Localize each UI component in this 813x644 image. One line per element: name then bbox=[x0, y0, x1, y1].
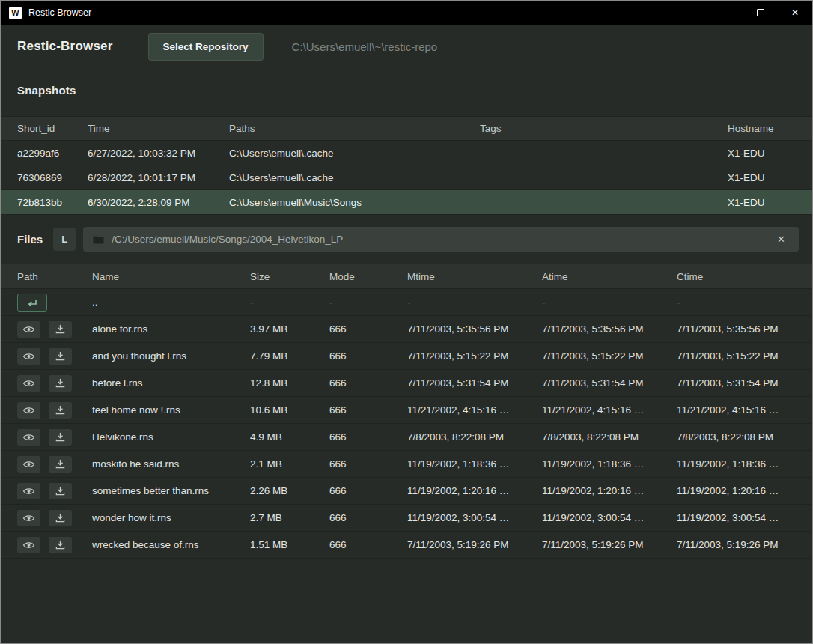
preview-file-button[interactable] bbox=[17, 348, 40, 365]
column-header-size[interactable]: Size bbox=[250, 271, 329, 282]
column-header-mode[interactable]: Mode bbox=[329, 271, 407, 282]
parent-directory-row[interactable]: .. - - - - - bbox=[1, 289, 812, 316]
files-bar: Files L /C:/Users/emuell/Music/Songs/200… bbox=[17, 227, 799, 252]
file-size: 3.97 MB bbox=[250, 323, 329, 335]
file-ctime: 11/19/2002, 3:00:54 … bbox=[677, 512, 812, 523]
clear-path-button[interactable]: ✕ bbox=[773, 232, 789, 246]
eye-icon bbox=[22, 487, 35, 496]
file-size: 4.9 MB bbox=[250, 431, 329, 443]
preview-file-button[interactable] bbox=[17, 321, 40, 338]
file-ctime: 7/11/2003, 5:35:56 PM bbox=[677, 323, 812, 335]
file-atime: 7/11/2003, 5:19:26 PM bbox=[542, 539, 677, 550]
column-header-mtime[interactable]: Mtime bbox=[407, 271, 542, 282]
snapshot-short-id: 72b813bb bbox=[17, 197, 88, 208]
file-name: wrecked because of.rns bbox=[92, 539, 250, 550]
file-ctime: 11/19/2002, 1:18:36 … bbox=[677, 458, 812, 470]
up-level-arrow-icon bbox=[26, 298, 38, 307]
download-file-button[interactable] bbox=[49, 537, 72, 553]
file-mode: 666 bbox=[329, 323, 407, 335]
snapshot-row[interactable]: 76306869 6/28/2022, 10:01:17 PM C:\Users… bbox=[1, 165, 812, 190]
file-atime: 11/19/2002, 1:20:16 … bbox=[542, 485, 677, 496]
file-atime: 7/11/2003, 5:15:22 PM bbox=[542, 350, 677, 362]
download-icon bbox=[55, 351, 65, 361]
file-mode: 666 bbox=[329, 485, 407, 496]
file-name: moskito he said.rns bbox=[92, 458, 250, 470]
file-ctime: 7/11/2003, 5:19:26 PM bbox=[677, 539, 812, 550]
download-file-button[interactable] bbox=[49, 429, 72, 446]
file-size: 1.51 MB bbox=[250, 539, 329, 550]
file-row[interactable]: wonder how it.rns 2.7 MB 666 11/19/2002,… bbox=[1, 505, 812, 532]
snapshot-paths: C:\Users\emuell\.cache bbox=[229, 172, 480, 183]
file-mode: 666 bbox=[329, 431, 407, 443]
maximize-button[interactable] bbox=[743, 1, 778, 25]
file-size: - bbox=[250, 297, 329, 308]
eye-icon bbox=[22, 379, 35, 388]
column-header-paths[interactable]: Paths bbox=[229, 123, 480, 134]
file-mode: 666 bbox=[329, 512, 407, 523]
preview-file-button[interactable] bbox=[17, 510, 40, 526]
file-row[interactable]: wrecked because of.rns 1.51 MB 666 7/11/… bbox=[1, 532, 812, 559]
file-mtime: 7/11/2003, 5:35:56 PM bbox=[407, 323, 542, 335]
file-path-input[interactable]: /C:/Users/emuell/Music/Songs/2004_Helvet… bbox=[83, 227, 799, 252]
files-mode-toggle-button[interactable]: L bbox=[53, 228, 76, 251]
snapshot-row-selected[interactable]: 72b813bb 6/30/2022, 2:28:09 PM C:\Users\… bbox=[1, 190, 812, 215]
file-name: .. bbox=[92, 297, 250, 308]
file-row[interactable]: Helvikone.rns 4.9 MB 666 7/8/2003, 8:22:… bbox=[1, 424, 812, 451]
minimize-button[interactable] bbox=[709, 1, 743, 25]
download-file-button[interactable] bbox=[49, 375, 72, 392]
column-header-ctime[interactable]: Ctime bbox=[677, 271, 812, 282]
file-row[interactable]: alone for.rns 3.97 MB 666 7/11/2003, 5:3… bbox=[1, 316, 812, 343]
file-mtime: 11/19/2002, 1:18:36 … bbox=[407, 458, 542, 470]
preview-file-button[interactable] bbox=[17, 537, 40, 553]
download-file-button[interactable] bbox=[49, 321, 72, 338]
preview-file-button[interactable] bbox=[17, 375, 40, 392]
file-size: 2.1 MB bbox=[250, 458, 329, 470]
snapshot-time: 6/30/2022, 2:28:09 PM bbox=[88, 197, 229, 208]
preview-file-button[interactable] bbox=[17, 429, 40, 446]
column-header-atime[interactable]: Atime bbox=[542, 271, 677, 282]
file-row[interactable]: before l.rns 12.8 MB 666 7/11/2003, 5:31… bbox=[1, 370, 812, 397]
download-file-button[interactable] bbox=[49, 456, 72, 473]
column-header-tags[interactable]: Tags bbox=[480, 123, 728, 134]
snapshot-hostname: X1-EDU bbox=[728, 148, 812, 159]
snapshot-row[interactable]: a2299af6 6/27/2022, 10:03:32 PM C:\Users… bbox=[1, 141, 812, 165]
file-mtime: 7/8/2003, 8:22:08 PM bbox=[407, 431, 542, 443]
file-ctime: 11/19/2002, 1:20:16 … bbox=[677, 485, 812, 496]
files-section-title: Files bbox=[17, 233, 43, 246]
file-mtime: 11/19/2002, 1:20:16 … bbox=[407, 485, 542, 496]
file-mode: 666 bbox=[329, 404, 407, 416]
snapshot-time: 6/28/2022, 10:01:17 PM bbox=[88, 172, 229, 183]
file-row[interactable]: feel home now !.rns 10.6 MB 666 11/21/20… bbox=[1, 397, 812, 424]
download-file-button[interactable] bbox=[49, 483, 72, 499]
download-icon bbox=[55, 459, 65, 469]
preview-file-button[interactable] bbox=[17, 483, 40, 499]
file-size: 2.26 MB bbox=[250, 485, 329, 496]
file-row[interactable]: sometimes better than.rns 2.26 MB 666 11… bbox=[1, 478, 812, 505]
column-header-path[interactable]: Path bbox=[17, 271, 92, 282]
column-header-name[interactable]: Name bbox=[92, 271, 250, 282]
app-title: Restic-Browser bbox=[17, 39, 113, 54]
app-header: Restic-Browser Select Repository C:\User… bbox=[1, 25, 812, 68]
file-name: sometimes better than.rns bbox=[92, 485, 250, 496]
column-header-time[interactable]: Time bbox=[88, 123, 229, 134]
download-file-button[interactable] bbox=[49, 348, 72, 365]
restic-browser-window: { "colors": { "titlebar_bg": "#000000", … bbox=[0, 0, 813, 644]
download-file-button[interactable] bbox=[49, 402, 72, 419]
go-to-parent-button[interactable] bbox=[17, 294, 47, 312]
file-name: feel home now !.rns bbox=[92, 404, 250, 416]
file-mode: 666 bbox=[329, 377, 407, 389]
file-size: 2.7 MB bbox=[250, 512, 329, 523]
file-row[interactable]: and you thought l.rns 7.79 MB 666 7/11/2… bbox=[1, 343, 812, 370]
file-ctime: 7/11/2003, 5:31:54 PM bbox=[677, 377, 812, 389]
column-header-hostname[interactable]: Hostname bbox=[728, 123, 812, 134]
file-atime: - bbox=[542, 297, 677, 308]
column-header-short-id[interactable]: Short_id bbox=[17, 123, 88, 134]
preview-file-button[interactable] bbox=[17, 456, 40, 473]
file-row[interactable]: moskito he said.rns 2.1 MB 666 11/19/200… bbox=[1, 451, 812, 478]
download-file-button[interactable] bbox=[49, 510, 72, 526]
select-repository-button[interactable]: Select Repository bbox=[148, 33, 264, 61]
folder-icon bbox=[93, 235, 104, 244]
eye-icon bbox=[22, 325, 35, 334]
close-button[interactable]: ✕ bbox=[778, 1, 812, 25]
preview-file-button[interactable] bbox=[17, 402, 40, 419]
